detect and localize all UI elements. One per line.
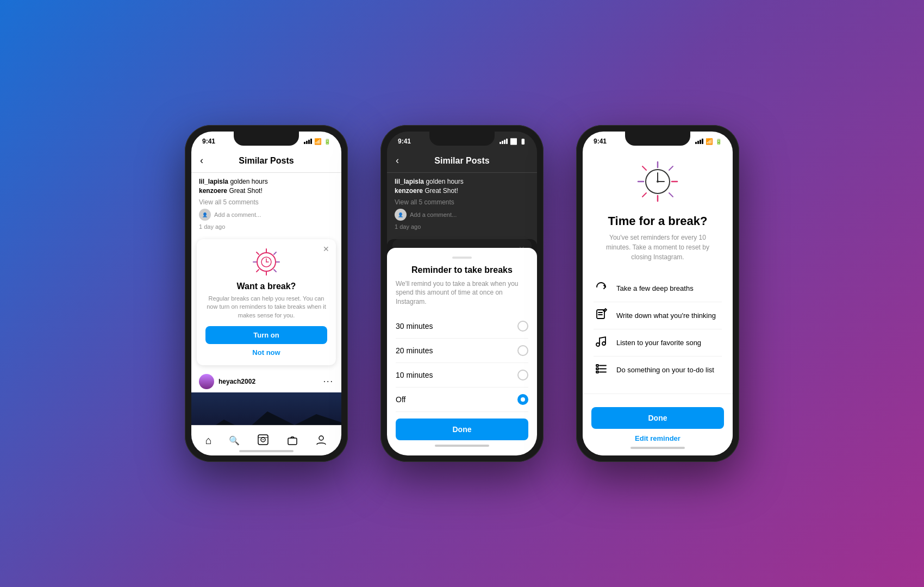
post-text1-2: golden hours xyxy=(426,178,463,185)
nav-title-1: Similar Posts xyxy=(239,156,294,166)
battery-icon-1: 🔋 xyxy=(324,139,330,145)
post-text2-2: Great Shot! xyxy=(424,187,458,195)
activity-list-3: Take a few deep breaths Write down what … xyxy=(594,275,722,383)
nav-title-2: Similar Posts xyxy=(434,156,489,166)
radio-label-30: 30 minutes xyxy=(396,322,433,330)
signal-icon-2 xyxy=(500,139,508,144)
clock-hands-1 xyxy=(261,257,272,267)
activity-icon-2 xyxy=(594,335,609,351)
svg-line-37 xyxy=(642,193,646,197)
phone-2: 9:41 📶 🔋 ‹ Similar Posts xyxy=(380,125,544,462)
svg-rect-47 xyxy=(596,365,598,366)
radio-option-20[interactable]: 20 minutes xyxy=(396,339,528,363)
activity-label-0: Take a few deep breaths xyxy=(616,284,694,292)
activity-item-1: Write down what you're thinking xyxy=(594,302,722,329)
post-text2-1: Great Shot! xyxy=(229,187,262,195)
post-content-2: lil_lapisla golden hours kenzoere Great … xyxy=(387,173,537,239)
activity-label-1: Write down what you're thinking xyxy=(616,311,716,320)
profile-nav-icon-1[interactable] xyxy=(315,434,327,448)
svg-point-41 xyxy=(657,180,659,183)
add-comment-text-1[interactable]: Add a comment... xyxy=(214,211,261,219)
home-indicator-3 xyxy=(630,447,685,449)
radio-circle-30[interactable] xyxy=(517,321,528,332)
turn-on-button-1[interactable]: Turn on xyxy=(205,326,327,344)
post-user2-2: kenzoere xyxy=(395,187,423,195)
close-button-1[interactable]: ✕ xyxy=(323,245,329,253)
nav-bar-2: ‹ Similar Posts xyxy=(387,149,537,173)
activity-label-2: Listen to your favorite song xyxy=(616,339,701,347)
radio-circle-20[interactable] xyxy=(517,345,528,356)
notch-2 xyxy=(429,132,495,146)
home-nav-icon-1[interactable]: ⌂ xyxy=(205,434,212,447)
post-user1-1: lil_lapisla xyxy=(199,178,228,185)
radio-circle-10[interactable] xyxy=(517,370,528,380)
svg-line-4 xyxy=(257,252,259,254)
svg-rect-51 xyxy=(596,371,598,373)
not-now-button-1[interactable]: Not now xyxy=(205,348,327,357)
activity-label-3: Do something on your to-do list xyxy=(616,366,714,374)
svg-rect-17 xyxy=(288,438,297,445)
edit-reminder-button-3[interactable]: Edit reminder xyxy=(591,434,724,442)
phone-3: 9:41 📶 🔋 xyxy=(576,125,739,462)
time-1: 9:41 xyxy=(202,138,215,145)
search-nav-icon-1[interactable]: 🔍 xyxy=(229,435,240,446)
reels-nav-icon-1[interactable] xyxy=(257,434,269,448)
svg-point-15 xyxy=(263,439,264,440)
sheet-handle-2 xyxy=(452,257,472,259)
status-icons-3: 📶 🔋 xyxy=(695,138,722,145)
wifi-icon-2: 📶 xyxy=(510,138,517,145)
svg-line-7 xyxy=(257,270,259,272)
post-comments-2[interactable]: View all 5 comments xyxy=(395,198,529,207)
radio-option-30[interactable]: 30 minutes xyxy=(396,314,528,339)
break-title-3: Time for a break? xyxy=(594,214,722,228)
radio-circle-off[interactable] xyxy=(517,394,528,405)
svg-line-6 xyxy=(274,252,276,254)
home-indicator-1 xyxy=(239,450,294,452)
svg-line-34 xyxy=(642,166,646,170)
phone3-bottom: Done Edit reminder xyxy=(583,394,733,455)
break-card-1: ✕ xyxy=(197,239,336,365)
notch-1 xyxy=(234,132,299,146)
clock-face-1 xyxy=(257,252,276,272)
add-comment-row-2: 👤 Add a comment... xyxy=(395,209,529,221)
break-screen-3: Time for a break? You've set reminders f… xyxy=(583,149,733,383)
big-clock-3 xyxy=(636,160,679,203)
post-more-1[interactable]: ··· xyxy=(323,377,334,386)
post-user-row-1: heyach2002 ··· xyxy=(191,371,341,392)
post-user2-1: kenzoere xyxy=(199,187,227,195)
post-user1-2: lil_lapisla xyxy=(395,178,424,185)
svg-point-18 xyxy=(319,436,323,440)
activity-icon-3 xyxy=(594,362,609,378)
signal-icon-3 xyxy=(695,139,703,144)
activity-item-2: Listen to your favorite song xyxy=(594,329,722,357)
radio-option-off[interactable]: Off xyxy=(396,388,528,412)
bottom-sheet-2: Reminder to take breaks We'll remind you… xyxy=(387,248,537,455)
break-card-desc-1: Regular breaks can help you reset. You c… xyxy=(205,295,327,320)
svg-point-45 xyxy=(596,343,600,346)
back-button-1[interactable]: ‹ xyxy=(200,155,203,166)
activity-item-0: Take a few deep breaths xyxy=(594,275,722,302)
post-user-info-1: heyach2002 xyxy=(199,374,255,389)
nav-bar-1: ‹ Similar Posts xyxy=(191,149,341,173)
post-time-1: 1 day ago xyxy=(199,223,334,231)
phone-1: 9:41 📶 🔋 ‹ Similar Posts xyxy=(185,125,348,462)
add-comment-text-2[interactable]: Add a comment... xyxy=(410,211,457,219)
activity-item-3: Do something on your to-do list xyxy=(594,357,722,383)
sheet-title-2: Reminder to take breaks xyxy=(396,265,528,275)
big-clock-rays-3 xyxy=(636,160,679,203)
radio-option-10[interactable]: 10 minutes xyxy=(396,363,528,388)
radio-label-10: 10 minutes xyxy=(396,371,433,379)
activity-icon-1 xyxy=(594,308,609,323)
done-button-3[interactable]: Done xyxy=(591,407,724,429)
post-content-1: lil_lapisla golden hours kenzoere Great … xyxy=(191,173,341,239)
wifi-icon-3: 📶 xyxy=(706,138,713,145)
phones-container: 9:41 📶 🔋 ‹ Similar Posts xyxy=(185,125,739,462)
post-avatar-1 xyxy=(199,374,214,389)
post-comments-1[interactable]: View all 5 comments xyxy=(199,198,334,207)
activity-icon-0 xyxy=(594,280,609,296)
status-icons-2: 📶 🔋 xyxy=(500,138,526,145)
done-button-2[interactable]: Done xyxy=(396,419,528,440)
shop-nav-icon-1[interactable] xyxy=(286,434,298,448)
back-button-2[interactable]: ‹ xyxy=(396,155,399,166)
signal-icon-1 xyxy=(304,139,312,144)
